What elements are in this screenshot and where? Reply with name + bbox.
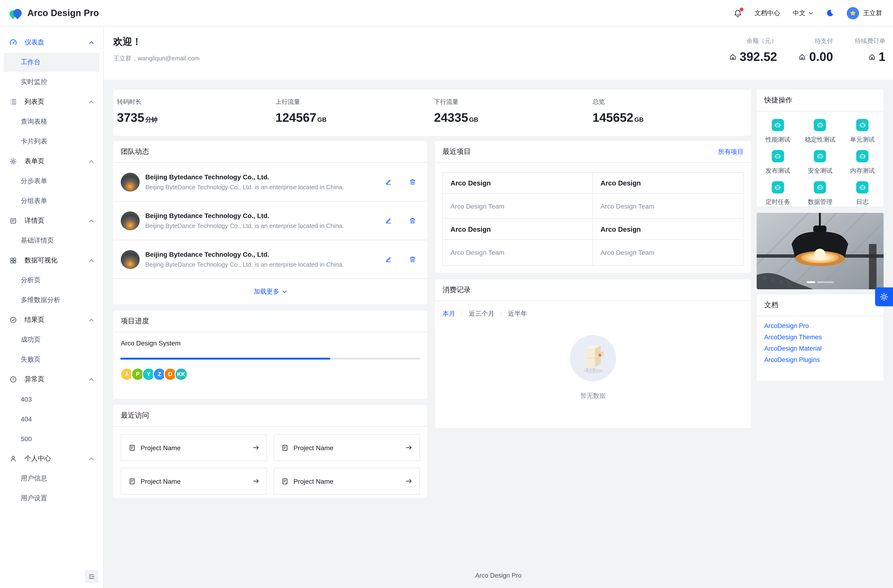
visit-project-card[interactable]: Project Name	[121, 434, 267, 461]
robot-icon	[856, 181, 869, 194]
quick-op-scheduled-task[interactable]: 定时任务	[757, 181, 799, 206]
chevron-up-icon	[89, 40, 94, 45]
tab-this-month[interactable]: 本月	[442, 310, 455, 318]
delete-button[interactable]	[409, 178, 416, 185]
docs-card: 文档 ArcoDesign Pro ArcoDesign Themes Arco…	[757, 295, 884, 381]
team-activity-row: Beijing Bytedance Technology Co., Ltd. B…	[113, 202, 427, 240]
card-title: 最近访问	[121, 411, 149, 420]
sidebar-item-step-form[interactable]: 分步表单	[4, 172, 99, 191]
visit-project-card[interactable]: Project Name	[274, 468, 420, 495]
recent-projects-card: 最近项目 所有项目 Arco Design Arco Design Arco D…	[435, 141, 751, 273]
card-title: 消费记录	[442, 286, 471, 295]
company-avatar	[121, 211, 140, 230]
carousel-dot[interactable]	[817, 281, 834, 283]
sidebar-item-workplace[interactable]: 工作台	[4, 53, 99, 72]
sidebar-item-success[interactable]: 成功页	[4, 330, 99, 349]
tab-last-3-months[interactable]: 近三个月	[469, 310, 495, 318]
tab-last-half-year[interactable]: 近半年	[508, 310, 527, 318]
sidebar-group-list[interactable]: 列表页	[4, 92, 99, 111]
sidebar-group-user-center[interactable]: 个人中心	[4, 449, 99, 468]
edit-button[interactable]	[385, 217, 392, 224]
quick-op-performance-test[interactable]: 性能测试	[757, 119, 799, 144]
sidebar-group-dataviz[interactable]: 数据可视化	[4, 251, 99, 270]
stat-balance: 余额（元） 392.52	[729, 37, 777, 64]
quick-op-release-test[interactable]: 发布测试	[757, 150, 799, 175]
sidebar-item-500[interactable]: 500	[4, 429, 99, 448]
document-icon	[281, 444, 289, 451]
sidebar-collapse-button[interactable]	[86, 570, 98, 583]
sidebar-item-search-table[interactable]: 查询表格	[4, 112, 99, 131]
account-stats: 余额（元） 392.52 待支付 0.00 待续费订单 1	[729, 35, 885, 64]
quick-op-logs[interactable]: 日志	[841, 181, 884, 206]
quick-op-unit-test[interactable]: 单元测试	[841, 119, 884, 144]
document-icon	[281, 477, 289, 485]
edit-button[interactable]	[385, 178, 392, 185]
language-selector[interactable]: 中文	[793, 9, 813, 17]
edit-button[interactable]	[385, 256, 392, 263]
overview-transcode: 转码时长 3735分钟	[117, 98, 275, 136]
overview-downstream: 下行流量 24335GB	[434, 98, 592, 136]
consumption-card: 消费记录 本月 近三个月 近半年	[435, 280, 751, 428]
project-team-cell: Arco Design Team	[443, 194, 593, 219]
project-name-cell: Arco Design	[593, 173, 743, 194]
sidebar-group-form[interactable]: 表单页	[4, 152, 99, 171]
load-more-button[interactable]: 加载更多	[113, 279, 427, 304]
quick-op-data-management[interactable]: 数据管理	[799, 181, 841, 206]
overview-total: 总览 145652GB	[592, 98, 751, 136]
sidebar-item-basic-detail[interactable]: 基础详情页	[4, 231, 99, 250]
progress-fill	[120, 358, 330, 359]
docs-center-link[interactable]: 文档中心	[755, 9, 780, 17]
quick-op-stability-test[interactable]: 稳定性测试	[799, 119, 841, 144]
footer-text: Arco Design Pro	[104, 572, 893, 579]
user-menu[interactable]: 王立群	[846, 7, 882, 19]
delete-button[interactable]	[409, 217, 416, 224]
sidebar-group-dashboard[interactable]: 仪表盘	[4, 33, 99, 52]
doc-link-arcodesign-plugins[interactable]: ArcoDesign Plugins	[764, 356, 876, 363]
robot-icon	[814, 119, 826, 131]
project-team-cell: Arco Design Team	[593, 240, 743, 265]
promo-carousel[interactable]	[757, 213, 884, 289]
chevron-up-icon	[89, 456, 94, 461]
project-progress-card: 项目进度 Arco Design System A P Y Z D	[113, 311, 427, 399]
arrow-right-icon	[405, 478, 412, 485]
doc-link-arcodesign-themes[interactable]: ArcoDesign Themes	[764, 334, 876, 341]
theme-toggle-button[interactable]	[826, 9, 834, 17]
sidebar-item-user-info[interactable]: 用户信息	[4, 469, 99, 488]
arrow-right-icon	[405, 444, 412, 451]
quick-op-security-test[interactable]: 安全测试	[799, 150, 841, 175]
project-name-cell: Arco Design	[593, 219, 743, 240]
all-projects-link[interactable]: 所有项目	[718, 147, 743, 156]
sidebar-group-exception[interactable]: 异常页	[4, 370, 99, 389]
carousel-dot-active[interactable]	[806, 281, 815, 283]
notifications-button[interactable]	[733, 9, 742, 17]
quick-operations-grid: 性能测试 稳定性测试 单元测试 发布测试 安全测试 内存测试 定时任务 数据管理…	[757, 111, 884, 206]
sidebar-item-card-list[interactable]: 卡片列表	[4, 132, 99, 151]
main-area: 欢迎！ 王立群，wangliqun@email.com 余额（元） 392.52…	[104, 26, 893, 588]
sidebar-item-403[interactable]: 403	[4, 390, 99, 409]
doc-link-arcodesign-pro[interactable]: ArcoDesign Pro	[764, 322, 876, 329]
sidebar-group-result[interactable]: 结果页	[4, 311, 99, 329]
sidebar-group-detail[interactable]: 详情页	[4, 211, 99, 230]
menu-fold-icon	[88, 573, 95, 580]
team-activity-card: 团队动态 Beijing Bytedance Technology Co., L…	[113, 141, 427, 304]
sidebar-item-analysis[interactable]: 分析页	[4, 271, 99, 290]
quick-operations-card: 快捷操作 性能测试 稳定性测试 单元测试 发布测试 安全测试 内存测试 定时任务…	[757, 90, 884, 206]
progress-bar	[120, 358, 420, 359]
sidebar-item-monitor[interactable]: 实时监控	[4, 73, 99, 92]
arco-logo-icon	[9, 7, 22, 20]
sidebar-item-fail[interactable]: 失败页	[4, 350, 99, 369]
visit-project-card[interactable]: Project Name	[274, 434, 420, 461]
visit-project-card[interactable]: Project Name	[121, 468, 267, 495]
card-title: 快捷操作	[764, 96, 792, 105]
delete-button[interactable]	[409, 256, 416, 263]
sidebar-item-group-form[interactable]: 分组表单	[4, 192, 99, 211]
welcome-subtitle: 王立群，wangliqun@email.com	[113, 54, 200, 63]
sidebar-item-multi-analysis[interactable]: 多维数据分析	[4, 291, 99, 310]
quick-op-memory-test[interactable]: 内存测试	[841, 150, 884, 175]
doc-link-arcodesign-material[interactable]: ArcoDesign Material	[764, 345, 876, 352]
sidebar-item-user-settings[interactable]: 用户设置	[4, 489, 99, 508]
sidebar-item-404[interactable]: 404	[4, 410, 99, 429]
settings-fab[interactable]	[875, 287, 893, 306]
overview-banner: 转码时长 3735分钟 上行流量 124567GB 下行流量 24335GB 总…	[113, 90, 751, 136]
member-avatar: KK	[174, 368, 188, 381]
